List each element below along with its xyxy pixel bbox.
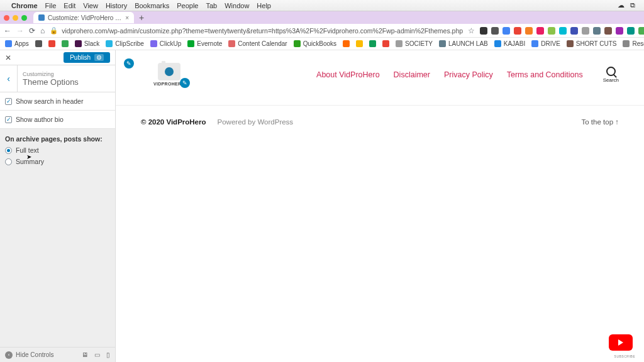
full-text-option[interactable]: Full text — [0, 144, 115, 155]
full-text-radio[interactable] — [5, 147, 12, 154]
hide-controls-label[interactable]: Hide Controls — [16, 351, 54, 358]
bookmark-item[interactable]: LAUNCH LAB — [439, 40, 488, 47]
back-icon[interactable]: ← — [4, 26, 11, 35]
tab-title: Customize: VidProHero – Just a... — [48, 14, 122, 21]
collapse-icon[interactable]: ‹ — [5, 351, 13, 359]
to-top-link[interactable]: To the top ↑ — [582, 118, 619, 126]
tablet-preview-icon[interactable]: ▭ — [94, 351, 100, 358]
summary-option[interactable]: Summary — [0, 155, 115, 167]
site-preview: ✎ ✎ VIDPROHERO About VidProHero Disclaim… — [116, 50, 644, 362]
status-icon[interactable]: ☁ — [618, 1, 626, 10]
extension-icon[interactable] — [480, 27, 487, 35]
menu-view[interactable]: View — [83, 2, 98, 9]
url-text: vidprohero.com/wp-admin/customize.php?th… — [62, 27, 463, 35]
bookmark-icon — [48, 40, 55, 47]
nav-link-privacy[interactable]: Privacy Policy — [444, 70, 493, 79]
extension-icon[interactable] — [525, 27, 533, 35]
nav-link-disclaimer[interactable]: Disclaimer — [394, 70, 430, 79]
nav-link-terms[interactable]: Terms and Conditions — [507, 70, 583, 79]
mobile-preview-icon[interactable]: ▯ — [106, 351, 110, 358]
panel-heading: Theme Options — [23, 77, 79, 87]
desktop-preview-icon[interactable]: 🖥 — [82, 351, 88, 358]
url-field[interactable]: 🔒 vidprohero.com/wp-admin/customize.php?… — [50, 26, 463, 35]
bookmark-item[interactable]: Apps — [5, 40, 29, 47]
minimize-window-icon[interactable] — [13, 15, 18, 21]
app-name[interactable]: Chrome — [11, 2, 38, 9]
bookmark-item[interactable]: KAJABI — [494, 40, 525, 47]
extension-icon[interactable] — [570, 27, 578, 35]
menu-window[interactable]: Window — [225, 2, 249, 9]
bookmark-item[interactable] — [369, 40, 376, 47]
new-tab-button[interactable]: + — [139, 13, 144, 23]
show-search-control[interactable]: ✓ Show search in header — [0, 92, 115, 111]
header-search-button[interactable]: Search — [603, 67, 619, 83]
extension-icon[interactable] — [536, 27, 544, 35]
powered-by[interactable]: Powered by WordPress — [218, 118, 294, 126]
menubar-right-icons: ☁ ⧉ — [618, 1, 639, 10]
star-icon[interactable]: ☆ — [468, 26, 475, 35]
mac-menubar: Chrome File Edit View History Bookmarks … — [0, 0, 644, 11]
browser-tab[interactable]: Customize: VidProHero – Just a... × — [33, 12, 134, 23]
edit-shortcut-icon[interactable]: ✎ — [124, 58, 134, 69]
maximize-window-icon[interactable] — [21, 15, 27, 21]
menu-file[interactable]: File — [45, 2, 57, 9]
bookmark-item[interactable] — [35, 40, 42, 47]
youtube-icon[interactable] — [609, 334, 633, 351]
show-author-label: Show author bio — [16, 116, 64, 123]
panel-back-button[interactable]: ‹ — [0, 65, 18, 92]
bookmark-item[interactable] — [382, 40, 389, 47]
summary-radio[interactable] — [5, 158, 12, 165]
extension-icon[interactable] — [491, 27, 499, 35]
bookmark-icon — [369, 40, 376, 47]
bookmark-item[interactable] — [62, 40, 69, 47]
bookmark-item[interactable]: SHORT CUTS — [567, 40, 617, 47]
extension-icon[interactable] — [616, 27, 623, 35]
bookmark-item[interactable]: ClipScribe — [106, 40, 144, 47]
bookmark-item[interactable]: Content Calendar — [228, 40, 287, 47]
bookmark-item[interactable] — [356, 40, 363, 47]
show-search-checkbox[interactable]: ✓ — [5, 98, 12, 105]
close-customizer-icon[interactable]: ✕ — [5, 53, 11, 62]
tab-close-icon[interactable]: × — [125, 14, 129, 21]
extension-icon[interactable] — [638, 27, 644, 35]
extension-icon[interactable] — [559, 27, 567, 35]
extension-icon[interactable] — [604, 27, 612, 35]
menu-help[interactable]: Help — [257, 2, 271, 9]
nav-link-about[interactable]: About VidProHero — [316, 70, 380, 79]
reload-icon[interactable]: ⟳ — [29, 26, 35, 35]
customizer: ✕ Publish ⚙ ‹ Customizing Theme Options … — [0, 50, 644, 362]
bookmark-item[interactable]: Evernote — [187, 40, 222, 47]
bookmark-item[interactable]: QuickBooks — [294, 40, 336, 47]
extension-icon[interactable] — [627, 27, 635, 35]
chrome-tabbar: Customize: VidProHero – Just a... × + — [0, 11, 644, 24]
controls: ✓ Show search in header ✓ Show author bi… — [0, 92, 115, 167]
extension-icon[interactable] — [514, 27, 521, 35]
bookmark-item[interactable] — [343, 40, 350, 47]
home-icon[interactable]: ⌂ — [40, 26, 45, 35]
extension-icon[interactable] — [582, 27, 589, 35]
forward-icon[interactable]: → — [16, 26, 24, 35]
bookmark-item[interactable]: Resources — [623, 40, 644, 47]
bookmark-item[interactable] — [48, 40, 55, 47]
dropbox-icon[interactable]: ⧉ — [630, 1, 639, 10]
close-window-icon[interactable] — [4, 15, 9, 21]
edit-logo-icon[interactable]: ✎ — [180, 78, 190, 88]
site-logo[interactable]: ✎ VIDPROHERO — [153, 63, 185, 86]
sidebar-top: ✕ Publish ⚙ — [0, 50, 115, 65]
show-author-control[interactable]: ✓ Show author bio — [0, 111, 115, 129]
bookmark-item[interactable]: Slack — [75, 40, 99, 47]
bookmark-item[interactable]: SOCIETY — [396, 40, 433, 47]
menu-tab[interactable]: Tab — [206, 2, 217, 9]
menu-edit[interactable]: Edit — [64, 2, 75, 9]
publish-button[interactable]: Publish ⚙ — [64, 52, 110, 63]
bookmark-item[interactable]: ClickUp — [150, 40, 181, 47]
menu-people[interactable]: People — [177, 2, 198, 9]
menu-bookmarks[interactable]: Bookmarks — [135, 2, 169, 9]
extension-icon[interactable] — [548, 27, 555, 35]
bookmark-item[interactable]: DRIVE — [531, 40, 560, 47]
menu-history[interactable]: History — [106, 2, 127, 9]
extension-icon[interactable] — [502, 27, 510, 35]
extension-icon[interactable] — [593, 27, 601, 35]
publish-settings-icon[interactable]: ⚙ — [94, 54, 104, 61]
show-author-checkbox[interactable]: ✓ — [5, 116, 12, 123]
